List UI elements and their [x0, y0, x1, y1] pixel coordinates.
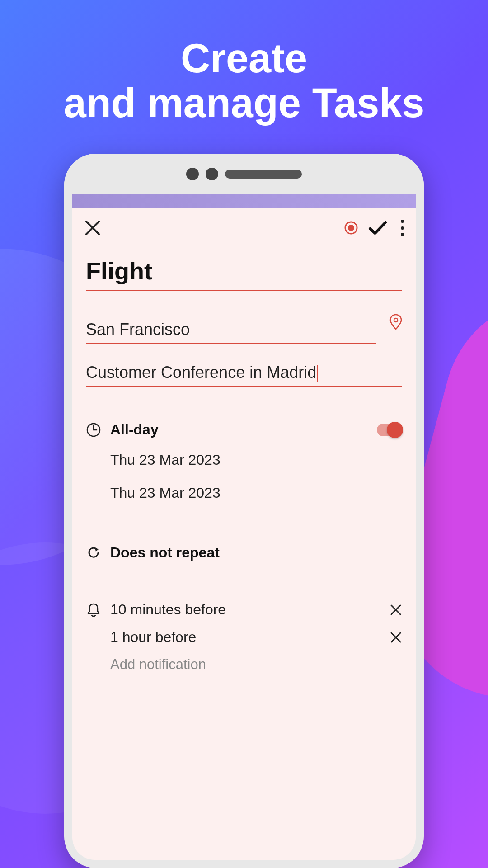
remove-notification-icon[interactable]: [389, 604, 402, 616]
more-vertical-icon[interactable]: [401, 220, 404, 236]
location-input[interactable]: San Francisco: [86, 316, 376, 344]
start-date[interactable]: Thu 23 Mar 2023: [110, 452, 402, 468]
text-cursor: [317, 365, 318, 382]
bell-icon: [86, 602, 101, 618]
repeat-row[interactable]: Does not repeat: [86, 539, 402, 566]
confirm-check-icon[interactable]: [367, 218, 387, 238]
all-day-label: All-day: [110, 421, 368, 438]
toolbar: [72, 208, 416, 248]
repeat-icon: [86, 545, 101, 561]
all-day-toggle[interactable]: [377, 424, 402, 436]
repeat-label: Does not repeat: [110, 544, 402, 561]
svg-marker-8: [95, 547, 99, 552]
add-notification-button[interactable]: Add notification: [110, 656, 402, 673]
headline-line-1: Create: [181, 36, 307, 81]
description-text: Customer Conference in Madrid: [86, 363, 316, 382]
end-date[interactable]: Thu 23 Mar 2023: [110, 485, 402, 501]
phone-screen: Flight San Francisco Customer Conference…: [72, 194, 416, 860]
marketing-headline: Create and manage Tasks: [0, 36, 488, 126]
description-input[interactable]: Customer Conference in Madrid: [86, 359, 402, 387]
notification-item[interactable]: 10 minutes before: [110, 601, 380, 618]
status-bar: [72, 194, 416, 208]
notification-item[interactable]: 1 hour before: [110, 629, 380, 646]
remove-notification-icon[interactable]: [389, 631, 402, 644]
svg-point-3: [348, 225, 354, 231]
close-icon[interactable]: [84, 219, 102, 237]
phone-frame: Flight San Francisco Customer Conference…: [64, 154, 424, 868]
clock-icon: [86, 422, 101, 438]
task-title-input[interactable]: Flight: [86, 252, 402, 291]
record-color-icon[interactable]: [344, 221, 358, 235]
location-pin-icon[interactable]: [389, 314, 402, 330]
phone-notch: [64, 154, 424, 194]
headline-line-2: and manage Tasks: [64, 80, 425, 126]
svg-point-4: [394, 318, 398, 322]
